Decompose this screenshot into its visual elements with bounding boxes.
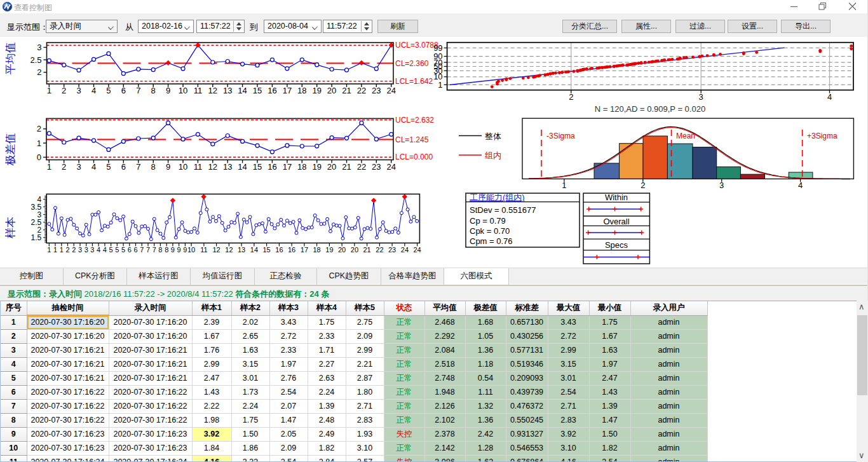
svg-text:LCL=0.000: LCL=0.000 xyxy=(395,153,433,161)
svg-text:22: 22 xyxy=(357,86,366,95)
svg-text:8: 8 xyxy=(151,86,156,95)
svg-text:3: 3 xyxy=(76,86,81,95)
svg-text:24: 24 xyxy=(413,246,421,254)
svg-text:2: 2 xyxy=(37,124,41,133)
svg-text:11: 11 xyxy=(194,86,203,95)
svg-text:7: 7 xyxy=(153,246,156,254)
svg-text:12: 12 xyxy=(212,246,220,254)
svg-text:3: 3 xyxy=(90,246,94,254)
svg-text:极差值: 极差值 xyxy=(4,133,17,166)
svg-text:18: 18 xyxy=(313,246,320,254)
svg-text:16: 16 xyxy=(268,162,276,172)
svg-text:6: 6 xyxy=(121,86,126,95)
svg-text:23: 23 xyxy=(372,162,381,172)
svg-text:-3Sigma: -3Sigma xyxy=(546,132,575,140)
svg-text:11: 11 xyxy=(194,162,203,172)
svg-text:21: 21 xyxy=(342,162,351,172)
svg-text:6: 6 xyxy=(133,246,137,254)
svg-text:20: 20 xyxy=(351,246,358,254)
svg-text:+3Sigma: +3Sigma xyxy=(807,132,837,140)
svg-text:12: 12 xyxy=(208,86,217,95)
svg-text:21: 21 xyxy=(363,246,370,254)
svg-text:6: 6 xyxy=(128,246,132,254)
svg-text:23: 23 xyxy=(372,86,381,95)
svg-text:平均值: 平均值 xyxy=(4,43,17,75)
svg-text:12: 12 xyxy=(208,162,217,172)
svg-text:1: 1 xyxy=(53,246,57,254)
svg-text:8: 8 xyxy=(165,246,168,254)
svg-text:3: 3 xyxy=(699,92,703,102)
svg-text:16: 16 xyxy=(288,246,295,254)
svg-text:22: 22 xyxy=(357,162,366,172)
svg-text:13: 13 xyxy=(223,86,232,95)
svg-text:21: 21 xyxy=(342,86,351,95)
svg-text:样本: 样本 xyxy=(4,217,17,239)
svg-text:LCL=1.642: LCL=1.642 xyxy=(395,77,433,86)
svg-text:7: 7 xyxy=(140,246,144,254)
svg-text:Mean: Mean xyxy=(676,132,695,140)
svg-text:7: 7 xyxy=(146,246,150,254)
svg-text:5: 5 xyxy=(106,86,111,95)
svg-text:2: 2 xyxy=(37,67,41,77)
svg-text:4: 4 xyxy=(827,92,832,102)
svg-text:CL=1.245: CL=1.245 xyxy=(395,135,429,144)
svg-text:5: 5 xyxy=(106,162,111,172)
svg-text:2: 2 xyxy=(62,162,66,172)
svg-text:23: 23 xyxy=(388,246,396,254)
svg-text:16: 16 xyxy=(275,246,283,254)
svg-text:9: 9 xyxy=(166,86,170,95)
svg-text:7: 7 xyxy=(136,86,140,95)
svg-text:20: 20 xyxy=(327,86,336,95)
svg-text:3: 3 xyxy=(76,162,81,172)
svg-text:CL=2.360: CL=2.360 xyxy=(395,59,429,68)
svg-text:19: 19 xyxy=(312,162,321,172)
svg-text:2: 2 xyxy=(641,180,645,190)
svg-text:18: 18 xyxy=(297,162,306,172)
svg-text:3: 3 xyxy=(78,246,82,254)
svg-text:15: 15 xyxy=(253,86,262,95)
svg-text:3: 3 xyxy=(719,180,724,190)
svg-text:5: 5 xyxy=(115,246,119,254)
svg-text:16: 16 xyxy=(268,86,276,95)
svg-text:19: 19 xyxy=(312,86,321,95)
svg-text:1: 1 xyxy=(60,246,64,254)
svg-text:13: 13 xyxy=(238,246,245,254)
svg-text:24: 24 xyxy=(386,162,395,172)
svg-text:5: 5 xyxy=(121,246,125,254)
svg-text:2: 2 xyxy=(62,86,66,95)
svg-text:24: 24 xyxy=(386,86,395,95)
svg-text:14: 14 xyxy=(238,86,247,95)
svg-text:13: 13 xyxy=(223,162,232,172)
svg-text:1: 1 xyxy=(47,246,51,254)
svg-text:10: 10 xyxy=(187,246,195,254)
svg-text:1: 1 xyxy=(47,86,51,95)
svg-text:4: 4 xyxy=(798,180,803,190)
svg-text:4: 4 xyxy=(92,162,96,172)
svg-text:9: 9 xyxy=(183,246,187,254)
svg-text:Within: Within xyxy=(605,193,628,202)
svg-text:UCL=3.0788: UCL=3.0788 xyxy=(395,41,438,50)
svg-text:StDev = 0.551677: StDev = 0.551677 xyxy=(470,205,536,215)
svg-text:15: 15 xyxy=(253,162,262,172)
svg-text:19: 19 xyxy=(325,246,333,254)
svg-text:17: 17 xyxy=(283,162,292,172)
svg-text:14: 14 xyxy=(250,246,258,254)
svg-text:2: 2 xyxy=(72,246,76,254)
svg-text:1: 1 xyxy=(562,180,566,190)
svg-text:17: 17 xyxy=(301,246,308,254)
svg-text:3: 3 xyxy=(85,246,88,254)
svg-text:Overall: Overall xyxy=(603,217,629,226)
svg-text:1: 1 xyxy=(47,162,51,172)
svg-text:2.5: 2.5 xyxy=(30,55,41,65)
svg-text:14: 14 xyxy=(238,162,247,172)
svg-text:12: 12 xyxy=(225,246,233,254)
svg-text:4: 4 xyxy=(103,246,107,254)
svg-text:Cpm = 0.76: Cpm = 0.76 xyxy=(470,236,513,246)
svg-text:8: 8 xyxy=(158,246,162,254)
svg-text:10: 10 xyxy=(179,162,187,172)
svg-text:N = 120,AD = 0.909,P = 0.020: N = 120,AD = 0.909,P = 0.020 xyxy=(595,104,705,114)
svg-text:24: 24 xyxy=(401,246,409,254)
svg-text:3: 3 xyxy=(37,43,41,52)
svg-text:Cp = 0.79: Cp = 0.79 xyxy=(470,216,506,226)
svg-text:9: 9 xyxy=(177,246,181,254)
